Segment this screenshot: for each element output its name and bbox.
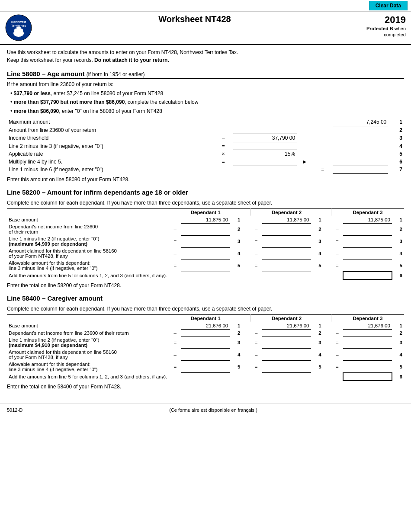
row-label-total: Add the amounts from line 5 for columns … bbox=[7, 373, 323, 381]
logo-box: Northwest Territories bbox=[5, 14, 35, 42]
ln2: 4 bbox=[311, 349, 323, 361]
val2[interactable] bbox=[262, 260, 311, 272]
val3[interactable] bbox=[343, 235, 392, 247]
val2[interactable] bbox=[262, 330, 311, 337]
value-col[interactable] bbox=[233, 158, 297, 166]
val3[interactable] bbox=[343, 223, 392, 235]
table-row: Amount claimed for this dependant on lin… bbox=[7, 247, 404, 260]
val1[interactable] bbox=[181, 349, 230, 361]
val1[interactable] bbox=[181, 260, 230, 272]
sep bbox=[242, 247, 250, 260]
arrow-col bbox=[297, 150, 313, 158]
line58400-instruction: Complete one column for each dependant. … bbox=[7, 306, 404, 312]
sep bbox=[323, 272, 331, 279]
val2[interactable] bbox=[262, 235, 311, 247]
value-col bbox=[233, 166, 297, 173]
result-col[interactable] bbox=[333, 166, 389, 173]
row-label: Line 1 minus line 2 (if negative, enter … bbox=[7, 337, 169, 349]
val3[interactable] bbox=[343, 330, 392, 337]
val2[interactable] bbox=[262, 361, 311, 373]
op3: = bbox=[331, 337, 343, 349]
sep bbox=[242, 260, 250, 272]
val3[interactable] bbox=[343, 260, 392, 272]
op2-col bbox=[313, 150, 333, 158]
ln3: 1 bbox=[392, 322, 404, 330]
val2[interactable] bbox=[262, 247, 311, 260]
sep bbox=[323, 330, 331, 337]
op-col: × bbox=[213, 150, 233, 158]
ln1: 1 bbox=[230, 322, 242, 330]
val1[interactable] bbox=[181, 235, 230, 247]
val3[interactable] bbox=[343, 361, 392, 373]
svg-point-8 bbox=[19, 27, 21, 29]
sep bbox=[323, 373, 331, 381]
line58200-dep-table: Dependant 1 Dependant 2 Dependant 3 Base… bbox=[7, 208, 404, 280]
arrow-col: ► bbox=[297, 158, 313, 166]
row-label: Amount from line 23600 of your return bbox=[7, 126, 213, 134]
line-num: 4 bbox=[388, 142, 404, 150]
op-col bbox=[213, 166, 233, 173]
val2[interactable] bbox=[262, 223, 311, 235]
row-label-total: Add the amounts from line 5 for columns … bbox=[7, 272, 323, 279]
result-col bbox=[333, 126, 389, 134]
ln1: 2 bbox=[230, 223, 242, 235]
op3 bbox=[331, 216, 343, 223]
op2 bbox=[250, 216, 262, 223]
value-col[interactable] bbox=[233, 142, 297, 150]
val2[interactable] bbox=[262, 349, 311, 361]
bullet-2: more than $37,790 but not more than $86,… bbox=[10, 98, 404, 106]
ln2: 3 bbox=[311, 337, 323, 349]
result-col bbox=[333, 134, 389, 142]
ln2: 1 bbox=[311, 216, 323, 223]
col-header-dep2: Dependant 2 bbox=[250, 208, 323, 216]
sep bbox=[242, 330, 250, 337]
ln1: 3 bbox=[230, 235, 242, 247]
table-row: Amount claimed for this dependant on lin… bbox=[7, 349, 404, 361]
value-col bbox=[233, 118, 297, 126]
val1[interactable] bbox=[181, 361, 230, 373]
value-col: 37,790 00 bbox=[233, 134, 297, 142]
op2: – bbox=[250, 330, 262, 337]
op2-col bbox=[313, 134, 333, 142]
col-header-dep3: Dependant 3 bbox=[331, 208, 404, 216]
line58080-heading: Line 58080 – Age amount (if born in 1954… bbox=[7, 70, 404, 79]
table-row: Allowable amount for this dependant:line… bbox=[7, 361, 404, 373]
op1: = bbox=[169, 337, 181, 349]
op3: = bbox=[331, 235, 343, 247]
ln1: 1 bbox=[230, 216, 242, 223]
sep bbox=[242, 223, 250, 235]
line58400-enter-text: Enter the total on line 58400 of your Fo… bbox=[7, 384, 404, 390]
val3[interactable] bbox=[343, 349, 392, 361]
value-col: 15% bbox=[233, 150, 297, 158]
table-row: Dependant's net income from line 23600of… bbox=[7, 223, 404, 235]
op3 bbox=[331, 272, 343, 279]
result-col[interactable] bbox=[333, 158, 389, 166]
ln2: 1 bbox=[311, 322, 323, 330]
val1[interactable] bbox=[181, 330, 230, 337]
result-col: 7,245 00 bbox=[333, 118, 389, 126]
table-row: Income threshold – 37,790 00 3 bbox=[7, 134, 404, 142]
clear-data-button[interactable]: Clear Data bbox=[369, 1, 408, 10]
table-row: Base amount 21,676 00 1 21,676 00 1 21,6… bbox=[7, 322, 404, 330]
val3[interactable] bbox=[343, 337, 392, 349]
ln2: 4 bbox=[311, 247, 323, 260]
row-label: Multiply line 4 by line 5. bbox=[7, 158, 213, 166]
total-box[interactable] bbox=[343, 272, 392, 279]
value-col[interactable] bbox=[233, 126, 297, 134]
val3[interactable] bbox=[343, 247, 392, 260]
row-label: Line 1 minus line 2 (if negative, enter … bbox=[7, 235, 169, 247]
op3 bbox=[331, 373, 343, 381]
ln2: 3 bbox=[311, 235, 323, 247]
op1: – bbox=[169, 247, 181, 260]
total-box[interactable] bbox=[343, 373, 392, 381]
val1[interactable] bbox=[181, 247, 230, 260]
val1[interactable] bbox=[181, 337, 230, 349]
table-row: Allowable amount for this dependant:line… bbox=[7, 260, 404, 272]
op2-col: = bbox=[313, 166, 333, 173]
op2: = bbox=[250, 337, 262, 349]
sep bbox=[242, 361, 250, 373]
ln1: 4 bbox=[230, 247, 242, 260]
line-num: 1 bbox=[388, 118, 404, 126]
val2[interactable] bbox=[262, 337, 311, 349]
val1[interactable] bbox=[181, 223, 230, 235]
